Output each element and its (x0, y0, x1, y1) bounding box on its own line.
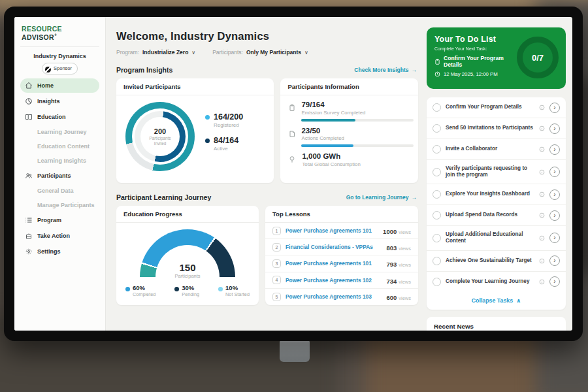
task-row-4[interactable]: Verify participants requesting to join t… (427, 160, 566, 184)
active-dot-icon (205, 139, 210, 143)
lesson-views: 734 (386, 278, 397, 285)
task-checkbox[interactable] (433, 257, 441, 265)
check-more-insights-link[interactable]: Check More Insights → (354, 67, 417, 73)
legend-not-started: 10% Not Started (218, 284, 250, 297)
views-word: views (399, 279, 411, 285)
info-icon (539, 258, 545, 264)
lesson-link[interactable]: Power Purchase Agreements 101 (286, 260, 382, 267)
todo-progress-value: 0/7 (532, 53, 544, 63)
lesson-link[interactable]: Power Purchase Agreements 102 (286, 277, 382, 284)
lesson-row-3[interactable]: 3 Power Purchase Agreements 101 793views (265, 255, 418, 272)
sidebar-item-program[interactable]: Program (20, 213, 99, 227)
education-center-label: Participants (140, 273, 235, 279)
sidebar-item-participants[interactable]: Participants (20, 169, 99, 183)
consumption-icon (288, 152, 297, 167)
task-chevron-button[interactable]: › (549, 103, 560, 113)
info-card-title: Participants Information (280, 78, 418, 95)
not-started-dot-icon (218, 287, 223, 291)
go-to-learning-journey-link[interactable]: Go to Learning Journey → (346, 194, 417, 201)
logo-secondary: ADVISOR (22, 33, 54, 41)
info-icon (539, 105, 545, 110)
sidebar-item-insights[interactable]: Insights (20, 94, 99, 108)
arrow-right-icon: → (412, 67, 417, 73)
participants-filter-dropdown[interactable]: Participants: Only My Participants ∨ (212, 49, 308, 56)
task-checkbox[interactable] (433, 124, 441, 133)
sidebar-item-label: Manage Participants (37, 202, 95, 208)
link-label: Check More Insights (354, 67, 408, 73)
program-filter-dropdown[interactable]: Program: Industrialize Zero ∨ (116, 49, 195, 56)
lesson-link[interactable]: Power Purchase Agreements 103 (286, 293, 382, 300)
lesson-row-4[interactable]: 4 Power Purchase Agreements 102 734views (265, 272, 418, 289)
arrow-right-icon: → (412, 194, 417, 201)
task-row-5[interactable]: Explore Your Insights Dashboard › (427, 184, 566, 205)
task-checkbox[interactable] (433, 234, 441, 242)
task-row-6[interactable]: Upload Spend Data Records › (427, 205, 566, 226)
consumption-label: Total Global Consumption (302, 161, 360, 167)
info-progress-fill (301, 144, 353, 147)
lesson-row-2[interactable]: 2 Financial Considerations - VPPAs 803vi… (265, 239, 418, 255)
todo-due-label: 12 May 2025, 12:00 PM (444, 71, 498, 77)
actions-icon (288, 127, 296, 148)
task-chevron-button[interactable]: › (549, 233, 560, 243)
info-row-consumption: 1,000 GWh Total Global Consumption (280, 147, 418, 167)
info-icon (539, 169, 545, 175)
survey-icon (288, 101, 296, 122)
task-chevron-button[interactable]: › (549, 276, 560, 287)
sidebar-item-general-data[interactable]: General Data (20, 184, 99, 197)
education-card-title: Education Progress (116, 206, 259, 223)
invited-participants-card: Invited Participants 200 Participants In… (116, 78, 274, 183)
top-lessons-card: Top Lessons 1 Power Purchase Agreements … (265, 206, 418, 305)
logo-primary: RESOURCE (22, 25, 62, 33)
task-chevron-button[interactable]: › (549, 167, 560, 177)
task-checkbox[interactable] (433, 278, 441, 286)
task-row-1[interactable]: Confirm Your Program Details › (427, 97, 566, 118)
lesson-link[interactable]: Financial Considerations - VPPAs (286, 244, 382, 250)
lesson-views: 1000 (383, 228, 397, 235)
lesson-link[interactable]: Power Purchase Agreements 101 (286, 227, 378, 234)
lesson-row-1[interactable]: 1 Power Purchase Agreements 101 1000view… (265, 223, 418, 239)
invited-card-title: Invited Participants (116, 78, 274, 95)
sidebar-item-label: Education Content (37, 143, 90, 150)
sidebar-item-learning-insights[interactable]: Learning Insights (20, 154, 99, 167)
lesson-row-5[interactable]: 5 Power Purchase Agreements 103 600views (265, 289, 418, 305)
task-chevron-button[interactable]: › (549, 255, 560, 266)
task-row-7[interactable]: Upload Additional Educational Content › (427, 226, 566, 250)
views-word: views (399, 262, 411, 268)
task-chevron-button[interactable]: › (549, 210, 560, 221)
link-label: Go to Learning Journey (346, 194, 409, 201)
task-chevron-button[interactable]: › (549, 189, 560, 200)
sidebar-nav: Home Insights Education Learning Journey… (20, 78, 99, 259)
task-row-3[interactable]: Invite a Collaborator › (427, 139, 566, 160)
participants-icon (25, 172, 33, 180)
sidebar-item-take-action[interactable]: Take Action (20, 229, 99, 243)
task-row-8[interactable]: Achieve One Sustainability Target › (427, 251, 566, 272)
sidebar-item-learning-journey[interactable]: Learning Journey (20, 125, 99, 139)
program-icon (25, 216, 33, 224)
sidebar-program-name: Industry Dynamics (20, 53, 99, 59)
sidebar-item-home[interactable]: Home (20, 78, 99, 93)
task-row-9[interactable]: Complete Your Learning Journey › (427, 272, 566, 292)
sidebar-item-label: Education (37, 114, 66, 120)
task-label: Send 50 Invitations to Participants (446, 125, 534, 132)
sidebar-item-education-content[interactable]: Education Content (20, 140, 99, 153)
collapse-tasks-link[interactable]: Collapse Tasks ∧ (427, 292, 566, 310)
task-label: Upload Spend Data Records (446, 212, 534, 219)
education-center-value: 150 (140, 262, 235, 273)
info-icon (539, 279, 545, 285)
task-row-2[interactable]: Send 50 Invitations to Participants › (427, 118, 566, 139)
task-chevron-button[interactable]: › (549, 123, 560, 134)
program-insights-title: Program Insights (116, 66, 172, 74)
clock-icon (434, 71, 440, 77)
sidebar-item-manage-participants[interactable]: Manage Participants (20, 199, 99, 212)
task-checkbox[interactable] (433, 103, 441, 112)
task-checkbox[interactable] (433, 168, 441, 176)
task-checkbox[interactable] (433, 190, 441, 199)
program-filter-value: Industrialize Zero (142, 49, 188, 56)
task-label: Confirm Your Program Details (446, 104, 534, 111)
task-checkbox[interactable] (433, 211, 441, 220)
active-label: Active (214, 146, 238, 152)
sidebar-item-settings[interactable]: Settings (20, 244, 99, 259)
sidebar-item-education[interactable]: Education (20, 110, 99, 124)
task-checkbox[interactable] (433, 145, 441, 154)
task-chevron-button[interactable]: › (549, 144, 560, 155)
